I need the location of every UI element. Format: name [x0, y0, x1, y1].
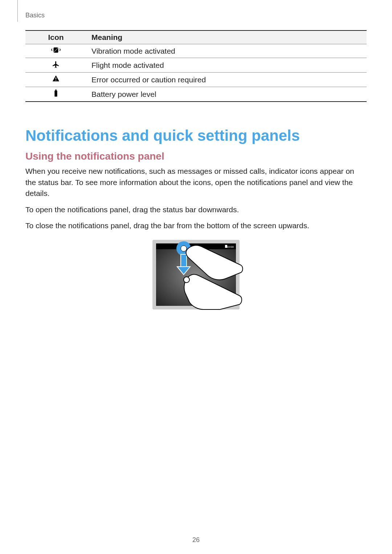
table-row: Vibration mode activated: [25, 44, 367, 58]
table-row: Error occurred or caution required: [25, 73, 367, 87]
meaning-cell: Error occurred or caution required: [86, 73, 367, 87]
subsection-heading: Using the notifications panel: [25, 151, 367, 162]
table-header-icon: Icon: [25, 30, 86, 44]
table-row: Flight mode activated: [25, 58, 367, 73]
table-row: Battery power level: [25, 87, 367, 102]
margin-rule: [17, 0, 18, 22]
meaning-cell: Vibration mode activated: [86, 44, 367, 58]
flight-mode-icon: [51, 60, 61, 67]
icon-cell: [25, 87, 86, 102]
svg-rect-5: [54, 91, 57, 97]
vibration-mode-icon: [51, 46, 61, 54]
running-header: Basics: [25, 12, 367, 19]
battery-level-icon: [51, 89, 61, 97]
body-paragraph: When you receive new notifications, such…: [25, 166, 367, 199]
icon-meaning-table: Icon Meaning: [25, 30, 367, 102]
svg-rect-4: [56, 80, 56, 81]
drag-status-bar-down-illustration: 10:00: [149, 238, 243, 312]
svg-rect-3: [56, 77, 56, 79]
svg-rect-6: [55, 90, 57, 91]
meaning-cell: Flight mode activated: [86, 58, 367, 73]
icon-cell: [25, 58, 86, 73]
icon-cell: [25, 73, 86, 87]
body-paragraph: To close the notifications panel, drag t…: [25, 220, 367, 231]
page-number: 26: [0, 536, 392, 544]
body-paragraph: To open the notifications panel, drag th…: [25, 204, 367, 215]
caution-icon: [51, 75, 61, 82]
section-heading: Notifications and quick setting panels: [25, 127, 367, 144]
status-bar-time: 10:00: [226, 245, 234, 249]
svg-rect-13: [181, 254, 187, 267]
table-header-meaning: Meaning: [86, 30, 367, 44]
icon-cell: [25, 44, 86, 58]
manual-page: Basics Icon Meaning: [0, 0, 392, 554]
svg-point-12: [181, 246, 187, 251]
meaning-cell: Battery power level: [86, 87, 367, 102]
svg-point-14: [184, 277, 189, 283]
